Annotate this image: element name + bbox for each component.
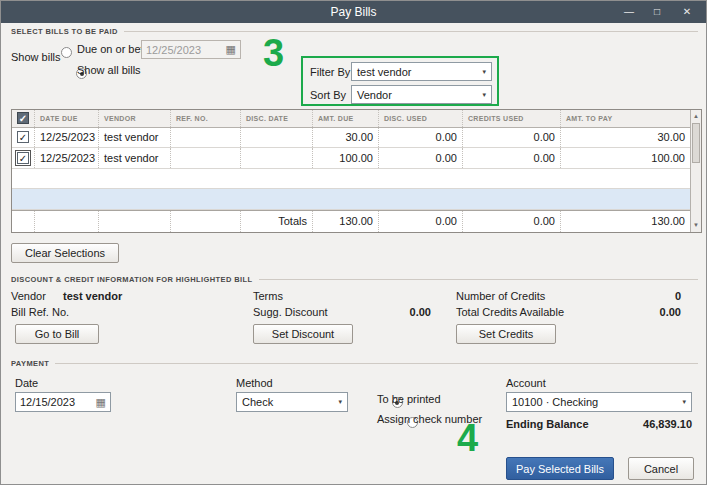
chevron-down-icon: ▾: [482, 68, 486, 76]
filter-by-value: test vendor: [357, 66, 411, 78]
payment-section-header: PAYMENT: [11, 359, 698, 368]
window-title: Pay Bills: [1, 1, 706, 23]
total-credits-available-label: Total Credits Available: [456, 306, 564, 318]
calendar-icon[interactable]: ▦: [226, 44, 236, 55]
cell-ref-no: [170, 128, 240, 148]
table-row-empty[interactable]: [12, 169, 690, 190]
account-value: 10100 · Checking: [512, 396, 598, 408]
cell-disc-used: 0.00: [378, 128, 462, 148]
col-header-disc-used[interactable]: DISC. USED: [378, 110, 462, 127]
go-to-bill-button[interactable]: Go to Bill: [15, 324, 99, 344]
annotation-step-3: 3: [263, 34, 284, 72]
totals-credits-used: 0.00: [462, 211, 560, 232]
cell-amt-due: 30.00: [312, 128, 378, 148]
filter-by-dropdown[interactable]: test vendor ▾: [351, 62, 492, 81]
select-bills-section-title: SELECT BILLS TO BE PAID: [11, 27, 118, 36]
col-header-vendor[interactable]: VENDOR: [98, 110, 170, 127]
cell-amt-due: 100.00: [312, 148, 378, 168]
section-rule: [259, 279, 698, 280]
cell-date-due: 12/25/2023: [34, 128, 98, 148]
bills-table: ✓ DATE DUE VENDOR REF. NO. DISC. DATE AM…: [11, 109, 702, 233]
select-bills-section-header: SELECT BILLS TO BE PAID: [11, 27, 698, 36]
select-all-cell[interactable]: ✓: [12, 110, 34, 127]
chevron-down-icon: ▾: [682, 398, 686, 406]
payment-date-value: 12/15/2023: [20, 396, 75, 408]
ending-balance-value: 46,839.10: [582, 418, 692, 430]
close-icon[interactable]: ✕: [676, 1, 698, 23]
payment-method-label: Method: [236, 377, 273, 389]
totals-disc-used: 0.00: [378, 211, 462, 232]
scrollbar-thumb[interactable]: [692, 123, 700, 163]
cell-amt-to-pay: 100.00: [560, 148, 690, 168]
col-header-date-due[interactable]: DATE DUE: [34, 110, 98, 127]
col-header-amt-due[interactable]: AMT. DUE: [312, 110, 378, 127]
clear-selections-button[interactable]: Clear Selections: [11, 243, 119, 263]
totals-amt-due: 130.00: [312, 211, 378, 232]
col-header-amt-to-pay[interactable]: AMT. TO PAY: [560, 110, 690, 127]
vertical-scrollbar[interactable]: ▲ ▼: [690, 110, 701, 232]
account-dropdown[interactable]: 10100 · Checking ▾: [506, 392, 692, 412]
table-row[interactable]: ✓ 12/25/2023 test vendor 30.00 0.00 0.00…: [12, 128, 690, 149]
row-checkbox[interactable]: ✓: [17, 131, 29, 143]
cell-ref-no: [170, 148, 240, 168]
sort-by-label: Sort By: [310, 89, 346, 101]
vendor-value: test vendor: [63, 290, 122, 302]
payment-section-title: PAYMENT: [11, 359, 49, 368]
cell-vendor: test vendor: [98, 128, 170, 148]
row-checkbox[interactable]: ✓: [17, 152, 29, 164]
discount-credit-section-header: DISCOUNT & CREDIT INFORMATION FOR HIGHLI…: [11, 275, 698, 284]
show-all-bills-label[interactable]: Show all bills: [77, 64, 141, 76]
discount-credit-section-title: DISCOUNT & CREDIT INFORMATION FOR HIGHLI…: [11, 275, 253, 284]
calendar-icon[interactable]: ▦: [96, 397, 106, 408]
ending-balance-label: Ending Balance: [506, 418, 589, 430]
terms-label: Terms: [253, 290, 283, 302]
section-rule: [124, 31, 698, 32]
account-label: Account: [506, 377, 546, 389]
minimize-icon[interactable]: —: [618, 1, 640, 23]
cell-disc-date: [240, 128, 312, 148]
cell-disc-date: [240, 148, 312, 168]
chevron-down-icon: ▾: [482, 91, 486, 99]
table-row[interactable]: ✓ 12/25/2023 test vendor 100.00 0.00 0.0…: [12, 148, 690, 169]
cell-disc-used: 0.00: [378, 148, 462, 168]
due-on-or-before-radio[interactable]: [61, 47, 72, 58]
table-row-empty[interactable]: [12, 189, 690, 210]
set-discount-button[interactable]: Set Discount: [253, 324, 353, 344]
scrollbar-track[interactable]: [691, 163, 701, 219]
totals-row: Totals 130.00 0.00 0.00 130.00: [12, 210, 690, 232]
total-credits-available-value: 0.00: [619, 306, 681, 318]
vendor-label: Vendor: [11, 290, 46, 302]
payment-method-dropdown[interactable]: Check ▾: [236, 392, 348, 412]
cell-amt-to-pay: 30.00: [560, 128, 690, 148]
scroll-up-icon[interactable]: ▲: [691, 110, 701, 123]
col-header-credits-used[interactable]: CREDITS USED: [462, 110, 560, 127]
table-header-row: ✓ DATE DUE VENDOR REF. NO. DISC. DATE AM…: [12, 110, 690, 128]
show-bills-label: Show bills: [11, 51, 61, 63]
sugg-discount-value: 0.00: [376, 306, 431, 318]
sort-by-value: Vendor: [357, 89, 392, 101]
pay-selected-bills-button[interactable]: Pay Selected Bills: [506, 457, 614, 480]
payment-date-label: Date: [15, 377, 38, 389]
bill-ref-no-label: Bill Ref. No.: [11, 306, 69, 318]
number-of-credits-value: 0: [619, 290, 681, 302]
totals-label: Totals: [240, 211, 312, 232]
number-of-credits-label: Number of Credits: [456, 290, 545, 302]
cell-date-due: 12/25/2023: [34, 148, 98, 168]
col-header-disc-date[interactable]: DISC. DATE: [240, 110, 312, 127]
cancel-button[interactable]: Cancel: [628, 457, 694, 480]
col-header-ref-no[interactable]: REF. NO.: [170, 110, 240, 127]
payment-date-field[interactable]: 12/15/2023 ▦: [15, 392, 111, 412]
to-be-printed-label[interactable]: To be printed: [377, 393, 441, 405]
annotation-step-4: 4: [457, 419, 478, 457]
select-all-checkbox[interactable]: ✓: [17, 112, 29, 124]
sort-by-dropdown[interactable]: Vendor ▾: [351, 85, 492, 104]
cell-vendor: test vendor: [98, 148, 170, 168]
set-credits-button[interactable]: Set Credits: [456, 324, 556, 344]
due-date-field[interactable]: 12/25/2023 ▦: [141, 40, 241, 59]
cell-credits-used: 0.00: [462, 128, 560, 148]
scroll-down-icon[interactable]: ▼: [691, 219, 701, 232]
due-date-value: 12/25/2023: [146, 44, 201, 56]
maximize-icon[interactable]: □: [646, 1, 668, 23]
title-bar: Pay Bills: [1, 1, 706, 23]
filter-by-label: Filter By: [310, 66, 350, 78]
